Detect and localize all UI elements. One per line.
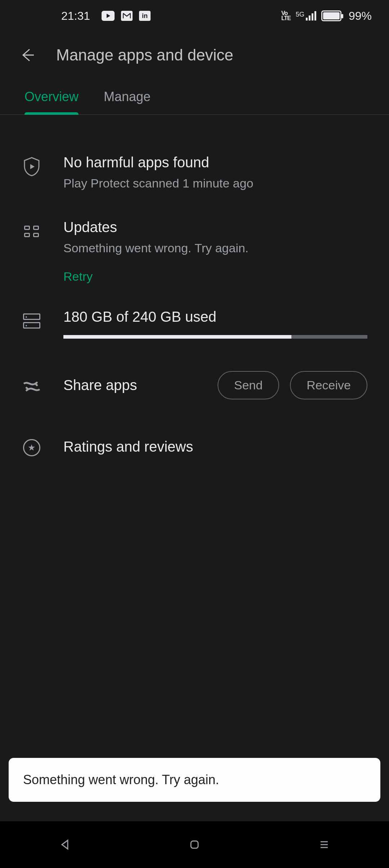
star-circle-icon: ★	[22, 438, 42, 458]
tab-manage[interactable]: Manage	[104, 89, 151, 114]
nav-back-button[interactable]	[57, 837, 73, 853]
retry-button[interactable]: Retry	[63, 270, 93, 284]
play-protect-title: No harmful apps found	[63, 154, 367, 171]
system-nav-bar	[0, 821, 389, 868]
status-time: 21:31	[61, 9, 90, 23]
snackbar: Something went wrong. Try again.	[9, 758, 380, 802]
ratings-reviews-title: Ratings and reviews	[63, 439, 193, 455]
svg-rect-0	[191, 841, 198, 848]
status-bar: 21:31 in Vo LTE 5G 99%	[0, 0, 389, 32]
storage-icon	[22, 311, 42, 331]
tabs: Overview Manage	[0, 78, 389, 115]
share-apps-row: Share apps Send Receive	[22, 353, 367, 417]
snackbar-text: Something went wrong. Try again.	[23, 772, 219, 787]
gmail-icon	[121, 11, 133, 21]
status-left-icons: in	[102, 11, 151, 21]
play-protect-row[interactable]: No harmful apps found Play Protect scann…	[22, 140, 367, 205]
page-title: Manage apps and device	[56, 46, 233, 64]
shield-play-icon	[22, 157, 42, 177]
battery-percentage: 99%	[349, 9, 372, 23]
linkedin-icon: in	[139, 11, 151, 21]
ratings-reviews-row[interactable]: ★ Ratings and reviews	[22, 417, 367, 476]
share-icon	[22, 376, 42, 397]
youtube-icon	[102, 11, 115, 21]
receive-button[interactable]: Receive	[290, 371, 367, 399]
volte-icon: Vo LTE	[281, 11, 291, 21]
storage-title: 180 GB of 240 GB used	[63, 309, 367, 325]
nav-recents-button[interactable]	[316, 837, 332, 853]
battery-icon	[321, 10, 341, 21]
updates-subtitle: Something went wrong. Try again.	[63, 241, 367, 255]
apps-grid-icon	[22, 221, 42, 241]
storage-row[interactable]: 180 GB of 240 GB used	[22, 287, 367, 353]
share-apps-label: Share apps	[63, 377, 137, 393]
content: No harmful apps found Play Protect scann…	[0, 115, 389, 476]
send-button[interactable]: Send	[218, 371, 279, 399]
play-protect-subtitle: Play Protect scanned 1 minute ago	[63, 176, 367, 190]
storage-progress-bar	[63, 335, 367, 339]
app-header: Manage apps and device	[0, 32, 389, 78]
storage-progress-fill	[63, 335, 291, 339]
back-button[interactable]	[19, 46, 36, 64]
nav-home-button[interactable]	[187, 837, 202, 853]
updates-row[interactable]: Updates Something went wrong. Try again.…	[22, 205, 367, 287]
network-5g-icon: 5G	[296, 11, 316, 21]
status-right-icons: Vo LTE 5G 99%	[281, 9, 372, 23]
tab-overview[interactable]: Overview	[24, 89, 79, 114]
arrow-left-icon	[19, 47, 35, 63]
updates-title: Updates	[63, 219, 367, 235]
